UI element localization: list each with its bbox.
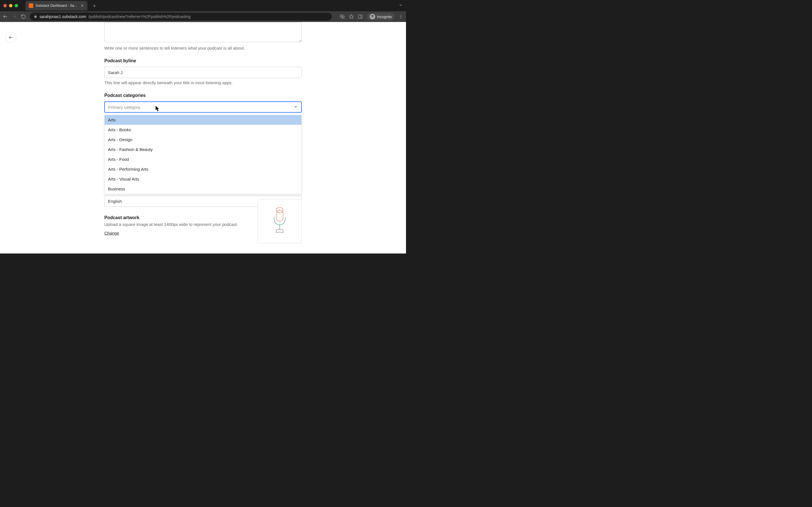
byline-helper: This line will appear directly beneath y… <box>104 80 302 85</box>
description-helper: Write one or more sentences to tell list… <box>104 46 302 50</box>
star-icon[interactable] <box>349 14 354 19</box>
tab-bar: Substack Dashboard - Sarah's ✕ ＋ <box>0 0 406 11</box>
minimize-window-button[interactable] <box>9 4 12 7</box>
browser-tab[interactable]: Substack Dashboard - Sarah's ✕ <box>26 1 87 10</box>
primary-category-placeholder: Primary category <box>108 105 140 110</box>
change-artwork-link[interactable]: Change <box>104 231 119 235</box>
category-option[interactable]: Arts - Books <box>105 125 301 135</box>
svg-point-8 <box>401 17 402 18</box>
artwork-preview[interactable] <box>258 200 302 243</box>
close-window-button[interactable] <box>3 4 7 7</box>
category-option[interactable]: Arts - Visual Arts <box>105 174 301 184</box>
new-tab-button[interactable]: ＋ <box>91 1 98 10</box>
back-icon[interactable] <box>3 14 8 19</box>
categories-label: Podcast categories <box>104 93 302 98</box>
language-value: English <box>108 199 122 204</box>
svg-marker-3 <box>349 15 354 18</box>
page-back-button[interactable] <box>6 32 16 43</box>
url-bar[interactable]: sarahjonas1.substack.com/publish/podcast… <box>30 13 332 20</box>
category-dropdown: Arts Arts - Books Arts - Design Arts - F… <box>104 115 302 194</box>
lock-icon <box>34 15 37 19</box>
primary-category-select[interactable]: Primary category Arts Arts - Books Arts … <box>104 101 302 113</box>
category-option[interactable]: Business <box>105 184 301 194</box>
category-option[interactable]: Arts - Food <box>105 154 301 164</box>
tab-title: Substack Dashboard - Sarah's <box>36 4 79 8</box>
url-path: /publish/podcast/new?referrer=%2Fpublish… <box>89 14 191 19</box>
forward-icon <box>12 14 17 19</box>
byline-label: Podcast byline <box>104 58 302 63</box>
svg-point-7 <box>401 16 402 17</box>
tabs-dropdown-icon[interactable] <box>399 3 403 8</box>
incognito-indicator[interactable]: Incognito <box>367 13 395 20</box>
panel-icon[interactable] <box>358 14 363 19</box>
category-option[interactable]: Arts - Performing Arts <box>105 164 301 174</box>
incognito-label: Incognito <box>377 15 392 19</box>
substack-favicon <box>29 3 33 8</box>
podcast-description-textarea[interactable] <box>104 22 302 42</box>
address-bar: sarahjonas1.substack.com/publish/podcast… <box>0 11 406 22</box>
kebab-menu-icon[interactable] <box>399 14 403 19</box>
category-option[interactable]: Arts <box>105 115 301 125</box>
artwork-label: Podcast artwork <box>104 215 249 220</box>
svg-rect-4 <box>358 15 362 18</box>
eye-off-icon[interactable] <box>340 14 345 19</box>
byline-input[interactable] <box>104 67 302 78</box>
page-content: Write one or more sentences to tell list… <box>0 22 406 253</box>
svg-rect-11 <box>276 210 283 221</box>
microphone-icon <box>271 207 288 235</box>
incognito-icon <box>370 14 375 19</box>
maximize-window-button[interactable] <box>15 4 18 7</box>
artwork-helper: Upload a square image at least 1400px wi… <box>104 222 249 227</box>
category-option[interactable]: Arts - Fashion & Beauty <box>105 145 301 154</box>
svg-point-6 <box>401 15 402 16</box>
reload-icon[interactable] <box>21 14 26 19</box>
chevron-down-icon <box>294 105 298 110</box>
category-option[interactable]: Arts - Design <box>105 135 301 145</box>
tab-close-icon[interactable]: ✕ <box>81 3 84 8</box>
url-host: sarahjonas1.substack.com <box>40 14 86 19</box>
